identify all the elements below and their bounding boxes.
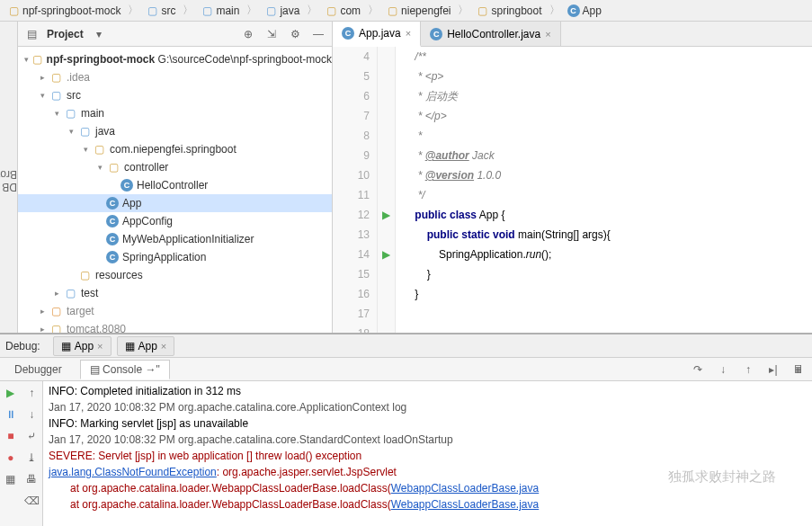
step-over-icon[interactable]: ↷: [690, 361, 706, 378]
target-folder-icon: ▢: [49, 304, 63, 318]
close-icon[interactable]: ×: [545, 29, 550, 40]
scroll-icon[interactable]: ⤓: [23, 450, 40, 466]
tree-item-hello[interactable]: CHelloController: [18, 176, 332, 194]
tree-item-appconfig[interactable]: CAppConfig: [18, 212, 332, 230]
tree-item-idea[interactable]: ▸▢.idea: [18, 68, 332, 86]
step-out-icon[interactable]: ↑: [740, 361, 756, 378]
run-gutter-icon[interactable]: ▶: [378, 205, 395, 225]
run-config-tab[interactable]: ▦App×: [117, 336, 175, 356]
class-icon: C: [106, 215, 119, 227]
console-line: SEVERE: Servlet [jsp] in web application…: [49, 448, 807, 464]
breadcrumb-item[interactable]: ▢java: [261, 3, 303, 19]
source-folder-icon: ▢: [77, 124, 92, 138]
chevron-right-icon: 〉: [128, 3, 138, 18]
chevron-down-icon[interactable]: ▾: [79, 145, 92, 154]
close-icon[interactable]: ×: [161, 341, 166, 352]
debug-panel: Debug: ▦App× ▦App× Debugger ▤ Console →"…: [0, 333, 812, 526]
layout-icon[interactable]: ▦: [3, 471, 19, 487]
breadcrumb-item[interactable]: ▢springboot: [472, 3, 545, 19]
console-line: INFO: Completed initialization in 312 ms: [49, 383, 807, 399]
editor-tab-app[interactable]: CApp.java×: [333, 22, 421, 47]
up-icon[interactable]: ↑: [23, 385, 40, 401]
folder-icon: ▢: [146, 4, 158, 17]
chevron-down-icon[interactable]: ▾: [36, 91, 49, 100]
wrap-icon[interactable]: ⤶: [23, 428, 40, 444]
project-header: ▤ Project ▾ ⊕ ⇲ ⚙ —: [18, 22, 332, 47]
chevron-right-icon[interactable]: ▸: [36, 325, 49, 333]
watermark: 独孤求败封神之路: [668, 468, 776, 486]
code-lines[interactable]: /** * <p> * 启动类 * </p> * * @author Jack …: [396, 47, 812, 333]
tree-item-src[interactable]: ▾▢src: [18, 86, 332, 104]
chevron-right-icon[interactable]: ▸: [36, 307, 49, 316]
down-icon[interactable]: ↓: [23, 406, 40, 423]
tree-item-test[interactable]: ▸▢test: [18, 284, 332, 302]
tree-item-app[interactable]: CApp: [18, 194, 332, 212]
tree-item-package[interactable]: ▾▢com.niepengfei.springboot: [18, 140, 332, 158]
tree-item-resources[interactable]: ▢resources: [18, 266, 332, 284]
console-tab[interactable]: ▤ Console →": [80, 360, 170, 379]
clear-icon[interactable]: ⌫: [23, 493, 40, 509]
evaluate-icon[interactable]: 🖩: [790, 361, 807, 378]
run-config-tab[interactable]: ▦App×: [53, 336, 112, 356]
package-icon: ▢: [106, 160, 120, 174]
chevron-right-icon: 〉: [307, 3, 317, 18]
chevron-right-icon: 〉: [246, 3, 257, 18]
code-editor[interactable]: 456789101112131415161718 ▶ ▶ /** * <p> *…: [333, 47, 812, 333]
rerun-icon[interactable]: ▶: [3, 385, 19, 401]
breadcrumb-item[interactable]: ▢npf-springboot-mock: [4, 3, 124, 19]
gear-icon[interactable]: ⚙: [287, 26, 303, 42]
breadcrumb-item[interactable]: ▢com: [321, 3, 364, 19]
package-icon: ▢: [476, 4, 488, 17]
chevron-down-icon[interactable]: ▾: [22, 55, 31, 64]
stop-icon[interactable]: ■: [3, 428, 19, 444]
folder-icon: ▢: [7, 4, 20, 17]
class-icon: C: [120, 179, 133, 192]
tree-item-springapp[interactable]: CSpringApplication: [18, 248, 332, 266]
console-line: at org.apache.catalina.loader.WebappClas…: [49, 496, 807, 513]
chevron-right-icon[interactable]: ▸: [50, 289, 63, 298]
folder-icon: ▢: [49, 70, 63, 85]
db-browser-tab[interactable]: DB Browser: [0, 145, 17, 217]
tree-item-main[interactable]: ▾▢main: [18, 104, 332, 122]
close-icon[interactable]: ×: [97, 341, 103, 352]
debugger-tab[interactable]: Debugger: [5, 361, 71, 379]
print-icon[interactable]: 🖶: [23, 471, 40, 487]
debug-header: Debug: ▦App× ▦App×: [0, 334, 812, 358]
breadcrumb-item[interactable]: ▢src: [142, 3, 179, 19]
project-title: Project: [47, 28, 84, 40]
run-to-cursor-icon[interactable]: ▸|: [765, 361, 781, 378]
breadcrumb-item[interactable]: ▢main: [197, 3, 243, 19]
step-into-icon[interactable]: ↓: [715, 361, 731, 378]
tree-root[interactable]: ▾▢npf-springboot-mock G:\sourceCode\npf-…: [18, 50, 332, 68]
editor-tab-hello[interactable]: CHelloController.java×: [421, 22, 561, 46]
breakpoints-icon[interactable]: ●: [3, 450, 19, 466]
gutter-icons: ▶ ▶: [378, 47, 396, 333]
pause-icon[interactable]: ⏸: [3, 406, 19, 423]
hide-icon[interactable]: —: [310, 26, 326, 42]
package-icon: ▢: [386, 4, 398, 17]
chevron-down-icon[interactable]: ▾: [94, 163, 106, 172]
collapse-icon[interactable]: ⇲: [263, 26, 280, 42]
tree-item-controller[interactable]: ▾▢controller: [18, 158, 332, 176]
chevron-down-icon[interactable]: ▾: [50, 109, 63, 118]
tree-item-java[interactable]: ▾▢java: [18, 122, 332, 140]
tree-item-tomcat[interactable]: ▸▢tomcat.8080: [18, 320, 332, 333]
chevron-right-icon: 〉: [549, 3, 560, 18]
close-icon[interactable]: ×: [406, 28, 411, 39]
target-icon[interactable]: ⊕: [240, 26, 256, 42]
editor-panel: CApp.java× CHelloController.java× 456789…: [333, 22, 812, 333]
breadcrumb-item[interactable]: CApp: [564, 3, 605, 19]
dropdown-icon[interactable]: ▾: [91, 26, 107, 42]
tree-item-target[interactable]: ▸▢target: [18, 302, 332, 320]
tree-item-mywebapp[interactable]: CMyWebApplicationInitializer: [18, 230, 332, 248]
chevron-right-icon[interactable]: ▸: [36, 73, 49, 82]
console-output[interactable]: INFO: Completed initialization in 312 ms…: [43, 381, 812, 526]
chevron-down-icon[interactable]: ▾: [65, 127, 77, 136]
package-icon: ▢: [92, 142, 106, 156]
project-tree[interactable]: ▾▢npf-springboot-mock G:\sourceCode\npf-…: [18, 47, 332, 333]
chevron-right-icon: 〉: [458, 3, 468, 18]
folder-icon: ▢: [63, 106, 77, 120]
run-gutter-icon[interactable]: ▶: [378, 245, 395, 264]
console-line: Jan 17, 2020 10:08:32 PM org.apache.cata…: [49, 432, 807, 448]
breadcrumb-item[interactable]: ▢niepengfei: [382, 3, 454, 19]
